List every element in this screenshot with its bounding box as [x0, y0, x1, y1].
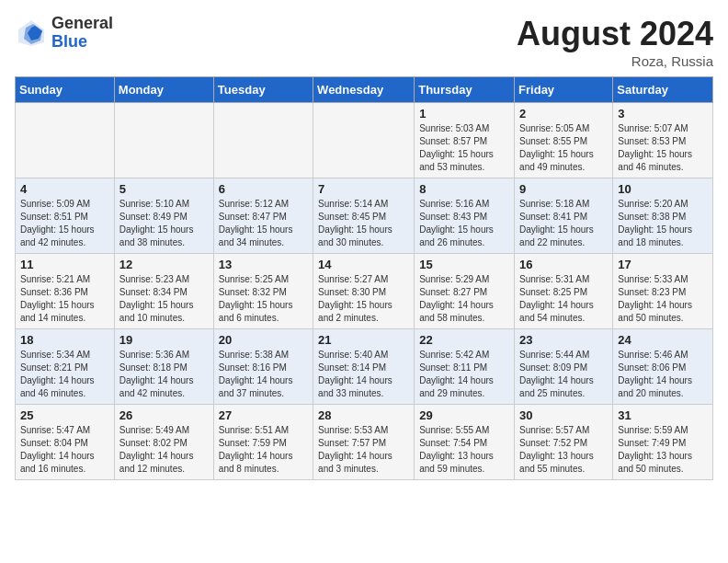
- calendar-cell: 13Sunrise: 5:25 AMSunset: 8:32 PMDayligh…: [213, 254, 313, 329]
- calendar-cell: 28Sunrise: 5:53 AMSunset: 7:57 PMDayligh…: [313, 405, 415, 480]
- calendar-cell: 20Sunrise: 5:38 AMSunset: 8:16 PMDayligh…: [213, 329, 313, 405]
- title-block: August 2024 Roza, Russia: [517, 15, 713, 69]
- calendar-cell: 19Sunrise: 5:36 AMSunset: 8:18 PMDayligh…: [114, 329, 213, 405]
- calendar-cell: [213, 103, 313, 178]
- day-number: 12: [119, 258, 209, 271]
- day-number: 21: [318, 333, 409, 347]
- day-info: Sunrise: 5:14 AMSunset: 8:45 PMDaylight:…: [318, 198, 409, 249]
- calendar-cell: 23Sunrise: 5:44 AMSunset: 8:09 PMDayligh…: [515, 329, 613, 405]
- day-number: 27: [219, 408, 308, 422]
- day-info: Sunrise: 5:44 AMSunset: 8:09 PMDaylight:…: [519, 349, 608, 400]
- calendar-cell: [16, 103, 115, 178]
- day-info: Sunrise: 5:12 AMSunset: 8:47 PMDaylight:…: [219, 198, 308, 249]
- day-info: Sunrise: 5:27 AMSunset: 8:30 PMDaylight:…: [318, 273, 409, 325]
- calendar-week-row: 25Sunrise: 5:47 AMSunset: 8:04 PMDayligh…: [16, 405, 713, 480]
- calendar-cell: 6Sunrise: 5:12 AMSunset: 8:47 PMDaylight…: [213, 178, 313, 254]
- day-number: 7: [318, 182, 409, 196]
- day-info: Sunrise: 5:16 AMSunset: 8:43 PMDaylight:…: [419, 198, 509, 249]
- header-tuesday: Tuesday: [213, 77, 313, 103]
- calendar-cell: 24Sunrise: 5:46 AMSunset: 8:06 PMDayligh…: [613, 329, 713, 405]
- calendar-cell: 17Sunrise: 5:33 AMSunset: 8:23 PMDayligh…: [613, 254, 713, 329]
- day-info: Sunrise: 5:47 AMSunset: 8:04 PMDaylight:…: [20, 424, 109, 476]
- calendar-cell: 30Sunrise: 5:57 AMSunset: 7:52 PMDayligh…: [515, 405, 613, 480]
- day-number: 19: [119, 333, 209, 347]
- logo-general: General: [51, 15, 113, 33]
- day-info: Sunrise: 5:31 AMSunset: 8:25 PMDaylight:…: [519, 273, 608, 325]
- day-number: 4: [20, 182, 109, 196]
- day-number: 3: [618, 107, 708, 121]
- calendar-cell: 7Sunrise: 5:14 AMSunset: 8:45 PMDaylight…: [313, 178, 415, 254]
- day-number: 24: [618, 333, 708, 347]
- day-number: 6: [219, 182, 308, 196]
- day-number: 13: [219, 258, 308, 271]
- calendar-cell: 8Sunrise: 5:16 AMSunset: 8:43 PMDaylight…: [415, 178, 515, 254]
- day-info: Sunrise: 5:36 AMSunset: 8:18 PMDaylight:…: [119, 349, 209, 400]
- day-number: 11: [20, 258, 109, 271]
- calendar-cell: 5Sunrise: 5:10 AMSunset: 8:49 PMDaylight…: [114, 178, 213, 254]
- day-info: Sunrise: 5:05 AMSunset: 8:55 PMDaylight:…: [519, 122, 608, 174]
- logo-icon: [15, 17, 48, 50]
- day-number: 30: [519, 408, 608, 422]
- day-number: 15: [419, 258, 509, 271]
- day-info: Sunrise: 5:51 AMSunset: 7:59 PMDaylight:…: [219, 424, 308, 476]
- calendar-cell: 16Sunrise: 5:31 AMSunset: 8:25 PMDayligh…: [515, 254, 613, 329]
- day-number: 25: [20, 408, 109, 422]
- logo: General Blue: [15, 15, 113, 52]
- day-info: Sunrise: 5:42 AMSunset: 8:11 PMDaylight:…: [419, 349, 509, 400]
- calendar-cell: [313, 103, 415, 178]
- day-number: 28: [318, 408, 409, 422]
- month-title: August 2024: [517, 15, 713, 53]
- day-info: Sunrise: 5:46 AMSunset: 8:06 PMDaylight:…: [618, 349, 708, 400]
- calendar-cell: 10Sunrise: 5:20 AMSunset: 8:38 PMDayligh…: [613, 178, 713, 254]
- day-info: Sunrise: 5:49 AMSunset: 8:02 PMDaylight:…: [119, 424, 209, 476]
- day-info: Sunrise: 5:29 AMSunset: 8:27 PMDaylight:…: [419, 273, 509, 325]
- day-number: 5: [119, 182, 209, 196]
- calendar-table: SundayMondayTuesdayWednesdayThursdayFrid…: [15, 76, 713, 480]
- day-info: Sunrise: 5:53 AMSunset: 7:57 PMDaylight:…: [318, 424, 409, 476]
- header-sunday: Sunday: [16, 77, 115, 103]
- calendar-cell: 29Sunrise: 5:55 AMSunset: 7:54 PMDayligh…: [415, 405, 515, 480]
- day-number: 2: [519, 107, 608, 121]
- logo-text: General Blue: [51, 15, 113, 52]
- day-info: Sunrise: 5:07 AMSunset: 8:53 PMDaylight:…: [618, 122, 708, 174]
- day-info: Sunrise: 5:21 AMSunset: 8:36 PMDaylight:…: [20, 273, 109, 325]
- calendar-header-row: SundayMondayTuesdayWednesdayThursdayFrid…: [16, 77, 713, 103]
- day-info: Sunrise: 5:18 AMSunset: 8:41 PMDaylight:…: [519, 198, 608, 249]
- day-number: 20: [219, 333, 308, 347]
- header-friday: Friday: [515, 77, 613, 103]
- day-number: 16: [519, 258, 608, 271]
- day-number: 10: [618, 182, 708, 196]
- day-number: 29: [419, 408, 509, 422]
- header-saturday: Saturday: [613, 77, 713, 103]
- calendar-cell: 12Sunrise: 5:23 AMSunset: 8:34 PMDayligh…: [114, 254, 213, 329]
- day-info: Sunrise: 5:40 AMSunset: 8:14 PMDaylight:…: [318, 349, 409, 400]
- day-number: 14: [318, 258, 409, 271]
- calendar-cell: 11Sunrise: 5:21 AMSunset: 8:36 PMDayligh…: [16, 254, 115, 329]
- day-info: Sunrise: 5:10 AMSunset: 8:49 PMDaylight:…: [119, 198, 209, 249]
- day-info: Sunrise: 5:34 AMSunset: 8:21 PMDaylight:…: [20, 349, 109, 400]
- header-wednesday: Wednesday: [313, 77, 415, 103]
- calendar-cell: 31Sunrise: 5:59 AMSunset: 7:49 PMDayligh…: [613, 405, 713, 480]
- calendar-cell: 26Sunrise: 5:49 AMSunset: 8:02 PMDayligh…: [114, 405, 213, 480]
- page-header: General Blue August 2024 Roza, Russia: [15, 15, 713, 69]
- calendar-week-row: 11Sunrise: 5:21 AMSunset: 8:36 PMDayligh…: [16, 254, 713, 329]
- day-number: 8: [419, 182, 509, 196]
- calendar-week-row: 18Sunrise: 5:34 AMSunset: 8:21 PMDayligh…: [16, 329, 713, 405]
- calendar-cell: 22Sunrise: 5:42 AMSunset: 8:11 PMDayligh…: [415, 329, 515, 405]
- day-info: Sunrise: 5:03 AMSunset: 8:57 PMDaylight:…: [419, 122, 509, 174]
- calendar-week-row: 1Sunrise: 5:03 AMSunset: 8:57 PMDaylight…: [16, 103, 713, 178]
- calendar-cell: 18Sunrise: 5:34 AMSunset: 8:21 PMDayligh…: [16, 329, 115, 405]
- calendar-cell: 15Sunrise: 5:29 AMSunset: 8:27 PMDayligh…: [415, 254, 515, 329]
- day-info: Sunrise: 5:38 AMSunset: 8:16 PMDaylight:…: [219, 349, 308, 400]
- day-info: Sunrise: 5:23 AMSunset: 8:34 PMDaylight:…: [119, 273, 209, 325]
- header-thursday: Thursday: [415, 77, 515, 103]
- day-number: 26: [119, 408, 209, 422]
- day-number: 9: [519, 182, 608, 196]
- calendar-cell: 4Sunrise: 5:09 AMSunset: 8:51 PMDaylight…: [16, 178, 115, 254]
- header-monday: Monday: [114, 77, 213, 103]
- calendar-cell: 21Sunrise: 5:40 AMSunset: 8:14 PMDayligh…: [313, 329, 415, 405]
- calendar-cell: 9Sunrise: 5:18 AMSunset: 8:41 PMDaylight…: [515, 178, 613, 254]
- day-number: 22: [419, 333, 509, 347]
- day-info: Sunrise: 5:59 AMSunset: 7:49 PMDaylight:…: [618, 424, 708, 476]
- calendar-cell: 27Sunrise: 5:51 AMSunset: 7:59 PMDayligh…: [213, 405, 313, 480]
